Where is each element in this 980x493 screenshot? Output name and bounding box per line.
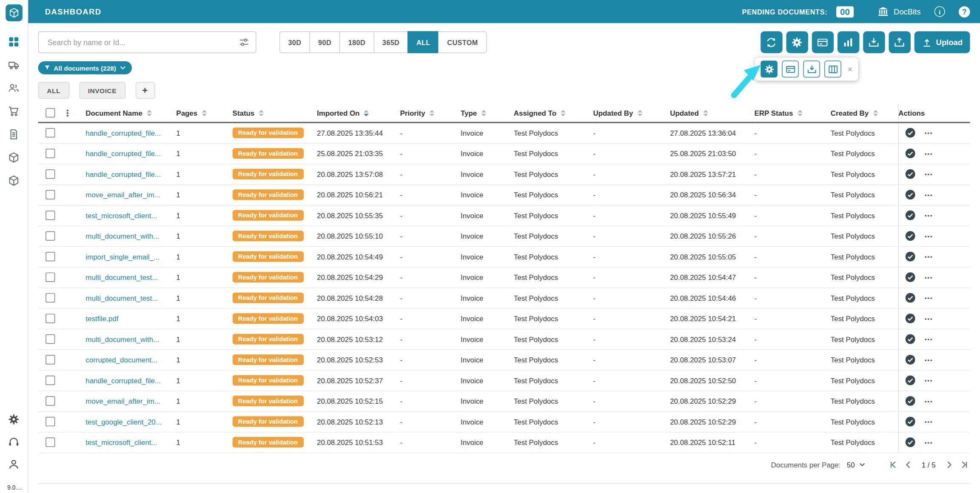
- row-checkbox[interactable]: [46, 376, 55, 385]
- sidebar-item-settings[interactable]: [8, 414, 19, 425]
- validate-button[interactable]: [905, 251, 915, 262]
- validate-button[interactable]: [905, 293, 915, 303]
- row-checkbox[interactable]: [46, 211, 55, 220]
- validate-button[interactable]: [905, 313, 915, 324]
- document-name-link[interactable]: multi_document_with...: [85, 335, 159, 343]
- import-button[interactable]: [863, 31, 885, 53]
- prev-page-button[interactable]: [903, 460, 913, 469]
- tab-invoice[interactable]: INVOICE: [79, 82, 125, 99]
- card-view-button[interactable]: [812, 31, 833, 53]
- col-header-assigned-to[interactable]: Assigned To: [514, 104, 593, 123]
- validate-button[interactable]: [905, 231, 915, 241]
- row-checkbox[interactable]: [46, 128, 55, 138]
- sidebar-item-packages-2[interactable]: [8, 175, 19, 186]
- row-menu-button[interactable]: •••: [925, 356, 933, 363]
- validate-button[interactable]: [905, 437, 915, 447]
- validate-button[interactable]: [905, 272, 915, 282]
- document-name-link[interactable]: multi_document_test...: [85, 294, 158, 302]
- document-name-link[interactable]: move_email_after_im...: [85, 397, 160, 405]
- row-menu-button[interactable]: •••: [925, 336, 933, 342]
- row-checkbox[interactable]: [46, 355, 55, 365]
- col-header-pages[interactable]: Pages: [176, 104, 232, 123]
- next-page-button[interactable]: [944, 460, 954, 469]
- sort-arrows-document-name[interactable]: [147, 110, 152, 116]
- organization-button[interactable]: DocBits: [877, 6, 921, 17]
- sidebar-item-users[interactable]: [8, 83, 19, 94]
- tune-filter-icon[interactable]: [239, 37, 249, 48]
- validate-button[interactable]: [905, 416, 915, 427]
- sort-arrows-updated-by[interactable]: [638, 110, 643, 116]
- popup-close-button[interactable]: ×: [847, 65, 852, 74]
- col-header-created-by[interactable]: Created By: [831, 104, 898, 123]
- document-name-link[interactable]: multi_document_test...: [85, 274, 158, 281]
- app-logo[interactable]: [5, 4, 22, 21]
- validate-button[interactable]: [905, 396, 915, 406]
- row-menu-button[interactable]: •••: [925, 419, 933, 425]
- sidebar-item-shipping[interactable]: [8, 60, 19, 71]
- document-name-link[interactable]: move_email_after_im...: [85, 191, 160, 199]
- table-options-button[interactable]: ⋮: [63, 108, 72, 118]
- document-name-link[interactable]: multi_document_with...: [85, 232, 159, 240]
- row-menu-button[interactable]: •••: [925, 295, 933, 301]
- sort-arrows-imported-on[interactable]: [364, 110, 369, 116]
- validate-button[interactable]: [905, 334, 915, 345]
- document-name-link[interactable]: handle_corrupted_file...: [85, 376, 161, 384]
- sort-arrows-status[interactable]: [259, 110, 264, 116]
- row-checkbox[interactable]: [46, 252, 55, 261]
- document-name-link[interactable]: import_single_email_...: [85, 253, 160, 260]
- row-menu-button[interactable]: •••: [925, 254, 933, 260]
- settings-button[interactable]: [786, 31, 808, 53]
- col-header-updated[interactable]: Updated: [670, 104, 754, 123]
- popup-settings-button[interactable]: [761, 61, 778, 78]
- sort-arrows-updated[interactable]: [703, 110, 708, 116]
- sort-arrows-pages[interactable]: [202, 110, 207, 116]
- col-header-document-name[interactable]: Document Name: [85, 104, 176, 123]
- row-checkbox[interactable]: [46, 417, 55, 426]
- sidebar-item-support[interactable]: [8, 436, 19, 447]
- add-tab-button[interactable]: +: [135, 82, 155, 99]
- row-checkbox[interactable]: [46, 190, 55, 199]
- row-checkbox[interactable]: [46, 396, 55, 406]
- row-checkbox[interactable]: [46, 314, 55, 323]
- sync-button[interactable]: [761, 31, 782, 53]
- row-menu-button[interactable]: •••: [925, 191, 933, 198]
- popup-export-button[interactable]: [803, 61, 820, 78]
- sort-arrows-type[interactable]: [481, 110, 486, 116]
- sidebar-item-orders[interactable]: [8, 105, 19, 117]
- tab-all[interactable]: ALL: [38, 82, 69, 99]
- sidebar-item-profile[interactable]: [8, 459, 19, 470]
- popup-card-view-button[interactable]: [782, 61, 799, 78]
- range-button-custom[interactable]: CUSTOM: [439, 31, 487, 53]
- range-button-180d[interactable]: 180D: [339, 31, 374, 53]
- col-header-status[interactable]: Status: [233, 104, 317, 123]
- col-header-updated-by[interactable]: Updated By: [593, 104, 670, 123]
- row-checkbox[interactable]: [46, 273, 55, 282]
- upload-button[interactable]: Upload: [914, 31, 970, 53]
- sidebar-item-documents[interactable]: [8, 129, 19, 140]
- sort-arrows-assigned-to[interactable]: [561, 110, 566, 116]
- row-menu-button[interactable]: •••: [925, 439, 933, 445]
- documents-filter-chip[interactable]: All documents (228): [38, 61, 132, 74]
- info-button[interactable]: i: [934, 6, 945, 17]
- row-menu-button[interactable]: •••: [925, 398, 933, 404]
- validate-button[interactable]: [905, 148, 915, 159]
- range-button-365d[interactable]: 365D: [373, 31, 408, 53]
- first-page-button[interactable]: [889, 460, 898, 469]
- document-name-link[interactable]: handle_corrupted_file...: [85, 129, 161, 137]
- validate-button[interactable]: [905, 375, 915, 386]
- document-name-link[interactable]: handle_corrupted_file...: [85, 170, 161, 178]
- sidebar-item-dashboard[interactable]: [8, 36, 19, 47]
- row-menu-button[interactable]: •••: [925, 377, 933, 384]
- document-name-link[interactable]: test_microsoft_client...: [85, 439, 157, 446]
- sort-arrows-created-by[interactable]: [873, 110, 878, 116]
- row-checkbox[interactable]: [46, 334, 55, 344]
- select-all-checkbox[interactable]: [46, 108, 55, 117]
- row-menu-button[interactable]: •••: [925, 274, 933, 280]
- range-button-30d[interactable]: 30D: [279, 31, 310, 53]
- document-name-link[interactable]: test_google_client_20...: [85, 418, 162, 425]
- col-header-priority[interactable]: Priority: [400, 104, 461, 123]
- document-name-link[interactable]: handle_corrupted_file...: [85, 150, 161, 157]
- validate-button[interactable]: [905, 169, 915, 180]
- col-header-type[interactable]: Type: [461, 104, 514, 123]
- validate-button[interactable]: [905, 210, 915, 221]
